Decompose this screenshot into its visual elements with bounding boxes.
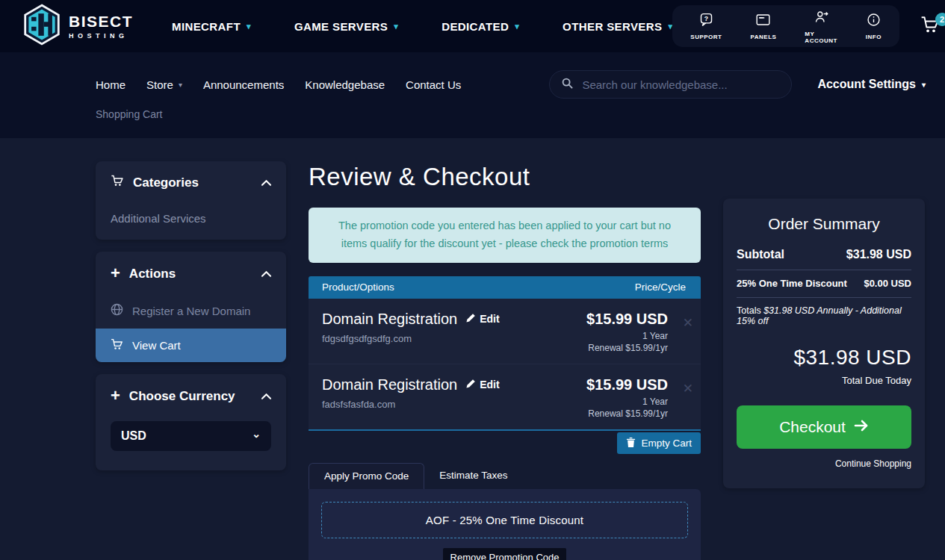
- header-cart-button[interactable]: 2: [920, 16, 940, 37]
- remove-item-icon[interactable]: [683, 317, 693, 329]
- item-price: $15.99 USD: [586, 311, 668, 328]
- cart-row: Domain Registration Edit fdgsdfgsdfgsdfg…: [309, 299, 701, 364]
- hexagon-logo-icon: [22, 4, 61, 49]
- menu-game-servers[interactable]: GAME SERVERS: [294, 20, 398, 33]
- cart-table-header: Product/Options Price/Cycle: [309, 276, 701, 299]
- remove-item-icon[interactable]: [683, 382, 693, 395]
- my-account-link[interactable]: MY ACCOUNT: [805, 9, 837, 44]
- tab-apply-promo-code[interactable]: Apply Promo Code: [309, 463, 424, 489]
- checkout-button[interactable]: Checkout: [737, 405, 911, 449]
- search-icon: [562, 78, 573, 92]
- globe-icon: [111, 303, 123, 318]
- quick-links-group: ? SUPPORT PANELS MY ACCOUNT IN: [672, 5, 899, 47]
- brand-name-top: BISECT: [69, 13, 133, 31]
- chevron-up-icon: [261, 180, 271, 186]
- bisect-hosting-logo[interactable]: BISECT HOSTING: [22, 4, 133, 49]
- sidebar-item-view-cart[interactable]: View Cart: [96, 329, 286, 362]
- totals-note: $31.98 USD Annually - Additional 15% off: [737, 305, 902, 326]
- info-link[interactable]: INFO: [866, 12, 882, 40]
- nav-announcements[interactable]: Announcements: [203, 78, 284, 91]
- nav-home[interactable]: Home: [96, 78, 126, 91]
- cart-count-badge: 2: [935, 13, 945, 26]
- edit-item-button[interactable]: Edit: [466, 313, 499, 325]
- currency-header[interactable]: Choose Currency: [96, 374, 286, 417]
- menu-other-servers[interactable]: OTHER SERVERS: [563, 20, 672, 33]
- tab-estimate-taxes[interactable]: Estimate Taxes: [424, 463, 522, 489]
- sidebar-item-additional-services[interactable]: Additional Services: [96, 202, 286, 240]
- item-term: 1 Year: [586, 396, 668, 407]
- product-domain: fadsfsfasfda.com: [322, 399, 586, 410]
- panels-window-icon: [755, 12, 771, 31]
- sidebar-item-register-domain[interactable]: Register a New Domain: [96, 294, 286, 329]
- store-nav: Home Store Announcements Knowledgebase C…: [96, 78, 461, 91]
- main-menu: MINECRAFT GAME SERVERS DEDICATED OTHER S…: [172, 20, 672, 33]
- product-name: Domain Registration: [322, 376, 457, 393]
- menu-dedicated[interactable]: DEDICATED: [441, 20, 519, 33]
- actions-card: Actions Register a New Domain View Cart: [96, 252, 286, 362]
- item-term: 1 Year: [586, 331, 668, 341]
- chevron-up-icon: [261, 271, 271, 277]
- person-arrow-icon: [814, 9, 829, 28]
- page-title: Review & Checkout: [309, 163, 701, 191]
- support-link[interactable]: ? SUPPORT: [690, 12, 722, 40]
- sidebar: Categories Additional Services Actions: [96, 161, 286, 482]
- applied-promo-code: AOF - 25% One Time Discount: [321, 502, 688, 538]
- arrow-right-icon: [854, 418, 869, 436]
- knowledgebase-search[interactable]: [549, 70, 792, 99]
- menu-minecraft[interactable]: MINECRAFT: [172, 20, 251, 33]
- order-summary-card: Order Summary Subtotal $31.98 USD 25% On…: [723, 199, 925, 488]
- totals-line: Totals $31.98 USD Annually - Additional …: [737, 298, 911, 326]
- chevron-up-icon: [261, 393, 271, 399]
- info-circle-icon: [866, 12, 882, 31]
- item-renewal: Renewal $15.99/1yr: [586, 408, 668, 419]
- column-product-options: Product/Options: [322, 281, 394, 293]
- currency-card: Choose Currency USD: [96, 374, 286, 470]
- edit-item-button[interactable]: Edit: [466, 379, 499, 391]
- brand-wordmark: BISECT HOSTING: [69, 13, 133, 40]
- order-summary-title: Order Summary: [737, 215, 911, 233]
- discount-value: $0.00 USD: [864, 278, 911, 289]
- breadcrumb: Shopping Cart: [96, 108, 163, 120]
- categories-card: Categories Additional Services: [96, 161, 286, 240]
- cart-icon: [111, 338, 123, 352]
- nav-contact-us[interactable]: Contact Us: [406, 78, 461, 91]
- nav-store[interactable]: Store: [146, 78, 182, 91]
- brand-name-bottom: HOSTING: [69, 32, 133, 40]
- secondary-navigation: Home Store Announcements Knowledgebase C…: [0, 52, 945, 138]
- nav-knowledgebase[interactable]: Knowledgebase: [305, 78, 385, 91]
- continue-shopping-link[interactable]: Continue Shopping: [737, 458, 911, 469]
- search-input[interactable]: [582, 78, 779, 91]
- pencil-icon: [466, 379, 476, 391]
- discount-label: 25% One Time Discount: [737, 278, 847, 289]
- cart-icon: [111, 175, 124, 190]
- column-price-cycle: Price/Cycle: [635, 281, 686, 293]
- cart-row: Domain Registration Edit fadsfsfasfda.co…: [309, 364, 701, 431]
- pencil-icon: [466, 313, 476, 325]
- plus-icon: [111, 388, 120, 405]
- main-column: Review & Checkout The promotion code you…: [309, 138, 701, 560]
- shopping-cart-page: BISECT HOSTING MINECRAFT GAME SERVERS DE…: [0, 0, 945, 560]
- item-price: $15.99 USD: [586, 376, 668, 393]
- cart-tabs: Apply Promo Code Estimate Taxes: [309, 463, 701, 489]
- trash-icon: [626, 437, 636, 449]
- subtotal-label: Subtotal: [737, 248, 784, 261]
- currency-select[interactable]: USD: [111, 421, 271, 451]
- total-due-amount: $31.98 USD: [737, 346, 911, 370]
- product-name: Domain Registration: [322, 311, 457, 328]
- actions-header[interactable]: Actions: [96, 252, 286, 294]
- plus-icon: [111, 265, 120, 282]
- empty-cart-button[interactable]: Empty Cart: [617, 432, 701, 454]
- top-navigation-bar: BISECT HOSTING MINECRAFT GAME SERVERS DE…: [0, 0, 945, 52]
- remove-promotion-button[interactable]: Remove Promotion Code: [443, 548, 567, 560]
- panels-link[interactable]: PANELS: [751, 12, 777, 40]
- total-due-label: Total Due Today: [737, 375, 911, 386]
- categories-header[interactable]: Categories: [96, 161, 286, 202]
- account-settings-menu[interactable]: Account Settings: [817, 78, 926, 91]
- subtotal-value: $31.98 USD: [846, 248, 911, 261]
- product-domain: fdgsdfgsdfgsdfg.com: [322, 333, 586, 344]
- item-renewal: Renewal $15.99/1yr: [586, 343, 668, 353]
- promo-alert: The promotion code you entered has been …: [309, 208, 701, 263]
- support-bubble-icon: ?: [698, 12, 714, 31]
- cart-table: Product/Options Price/Cycle Domain Regis…: [309, 276, 701, 431]
- page-content: Categories Additional Services Actions: [0, 138, 945, 560]
